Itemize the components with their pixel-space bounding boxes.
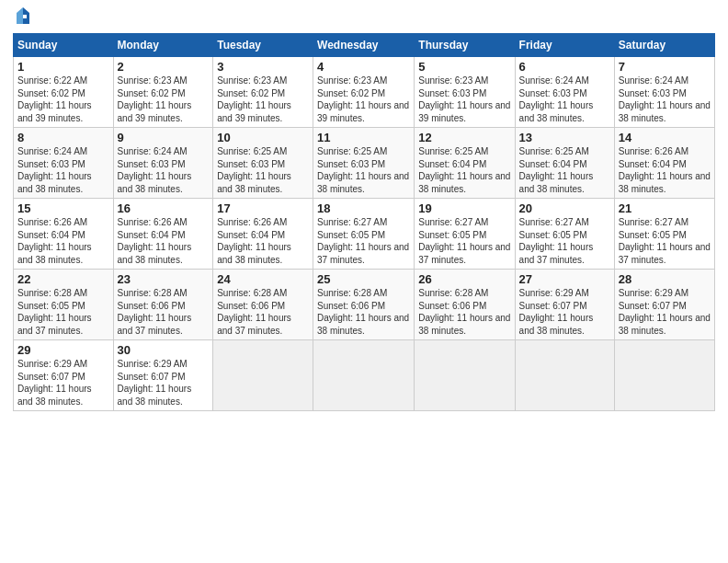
day-cell: 13 Sunrise: 6:25 AMSunset: 6:04 PMDaylig…: [515, 128, 614, 199]
day-cell: 1 Sunrise: 6:22 AMSunset: 6:02 PMDayligh…: [14, 57, 114, 128]
day-cell: 22 Sunrise: 6:28 AMSunset: 6:05 PMDaylig…: [14, 270, 114, 340]
day-info: Sunrise: 6:28 AMSunset: 6:06 PMDaylight:…: [317, 288, 409, 336]
day-number: 20: [519, 201, 610, 215]
day-cell: 30 Sunrise: 6:29 AMSunset: 6:07 PMDaylig…: [113, 340, 213, 411]
col-thursday: Thursday: [415, 34, 515, 57]
page-container: Sunday Monday Tuesday Wednesday Thursday…: [0, 0, 728, 563]
day-number: 24: [217, 272, 309, 286]
day-number: 27: [519, 272, 610, 286]
day-info: Sunrise: 6:23 AMSunset: 6:02 PMDaylight:…: [118, 75, 192, 123]
day-info: Sunrise: 6:24 AMSunset: 6:03 PMDaylight:…: [619, 75, 711, 123]
day-number: 21: [619, 201, 711, 215]
day-info: Sunrise: 6:23 AMSunset: 6:03 PMDaylight:…: [418, 75, 510, 123]
day-number: 18: [317, 201, 410, 215]
day-number: 11: [317, 131, 410, 144]
day-cell: 12 Sunrise: 6:25 AMSunset: 6:04 PMDaylig…: [415, 128, 515, 199]
day-cell: 19 Sunrise: 6:27 AMSunset: 6:05 PMDaylig…: [415, 199, 515, 270]
week-row-2: 15 Sunrise: 6:26 AMSunset: 6:04 PMDaylig…: [14, 199, 715, 270]
day-number: 25: [317, 272, 410, 286]
day-info: Sunrise: 6:26 AMSunset: 6:04 PMDaylight:…: [118, 217, 192, 265]
header-row: Sunday Monday Tuesday Wednesday Thursday…: [14, 34, 715, 57]
day-cell: 15 Sunrise: 6:26 AMSunset: 6:04 PMDaylig…: [14, 199, 114, 270]
day-number: 10: [217, 131, 309, 144]
logo: [13, 9, 31, 26]
day-info: Sunrise: 6:28 AMSunset: 6:06 PMDaylight:…: [217, 288, 291, 336]
day-info: Sunrise: 6:26 AMSunset: 6:04 PMDaylight:…: [619, 146, 711, 194]
day-info: Sunrise: 6:27 AMSunset: 6:05 PMDaylight:…: [519, 217, 594, 265]
logo-icon: [15, 6, 31, 26]
day-info: Sunrise: 6:26 AMSunset: 6:04 PMDaylight:…: [17, 217, 92, 265]
day-number: 3: [217, 60, 309, 74]
day-number: 19: [418, 201, 510, 215]
col-monday: Monday: [113, 34, 213, 57]
day-cell: 23 Sunrise: 6:28 AMSunset: 6:06 PMDaylig…: [113, 270, 213, 340]
day-info: Sunrise: 6:28 AMSunset: 6:05 PMDaylight:…: [17, 288, 92, 336]
day-info: Sunrise: 6:27 AMSunset: 6:05 PMDaylight:…: [619, 217, 711, 265]
day-cell: 5 Sunrise: 6:23 AMSunset: 6:03 PMDayligh…: [415, 57, 515, 128]
day-number: 26: [418, 272, 510, 286]
day-number: 30: [118, 343, 210, 357]
day-info: Sunrise: 6:24 AMSunset: 6:03 PMDaylight:…: [118, 146, 192, 194]
day-number: 16: [118, 201, 210, 215]
header: [13, 9, 715, 26]
day-number: 17: [217, 201, 309, 215]
day-info: Sunrise: 6:29 AMSunset: 6:07 PMDaylight:…: [17, 359, 92, 407]
day-cell: 25 Sunrise: 6:28 AMSunset: 6:06 PMDaylig…: [313, 270, 415, 340]
logo-text: [13, 9, 31, 26]
day-number: 7: [619, 60, 711, 74]
day-info: Sunrise: 6:25 AMSunset: 6:03 PMDaylight:…: [217, 146, 291, 194]
day-cell: [213, 340, 313, 411]
day-cell: 28 Sunrise: 6:29 AMSunset: 6:07 PMDaylig…: [614, 270, 714, 340]
week-row-1: 8 Sunrise: 6:24 AMSunset: 6:03 PMDayligh…: [14, 128, 715, 199]
day-number: 29: [17, 343, 109, 357]
day-cell: 20 Sunrise: 6:27 AMSunset: 6:05 PMDaylig…: [515, 199, 614, 270]
day-cell: 26 Sunrise: 6:28 AMSunset: 6:06 PMDaylig…: [415, 270, 515, 340]
day-number: 15: [17, 201, 109, 215]
day-number: 9: [118, 131, 210, 144]
day-number: 2: [118, 60, 210, 74]
day-number: 5: [418, 60, 510, 74]
day-cell: 17 Sunrise: 6:26 AMSunset: 6:04 PMDaylig…: [213, 199, 313, 270]
day-info: Sunrise: 6:28 AMSunset: 6:06 PMDaylight:…: [418, 288, 510, 336]
week-row-4: 29 Sunrise: 6:29 AMSunset: 6:07 PMDaylig…: [14, 340, 715, 411]
day-cell: 9 Sunrise: 6:24 AMSunset: 6:03 PMDayligh…: [113, 128, 213, 199]
col-sunday: Sunday: [14, 34, 114, 57]
day-cell: 10 Sunrise: 6:25 AMSunset: 6:03 PMDaylig…: [213, 128, 313, 199]
day-number: 1: [17, 60, 109, 74]
day-info: Sunrise: 6:29 AMSunset: 6:07 PMDaylight:…: [519, 288, 594, 336]
day-info: Sunrise: 6:25 AMSunset: 6:04 PMDaylight:…: [519, 146, 594, 194]
day-number: 4: [317, 60, 410, 74]
day-cell: 4 Sunrise: 6:23 AMSunset: 6:02 PMDayligh…: [313, 57, 415, 128]
day-info: Sunrise: 6:26 AMSunset: 6:04 PMDaylight:…: [217, 217, 291, 265]
day-info: Sunrise: 6:27 AMSunset: 6:05 PMDaylight:…: [317, 217, 409, 265]
day-cell: 21 Sunrise: 6:27 AMSunset: 6:05 PMDaylig…: [614, 199, 714, 270]
day-number: 22: [17, 272, 109, 286]
day-cell: 8 Sunrise: 6:24 AMSunset: 6:03 PMDayligh…: [14, 128, 114, 199]
day-cell: [415, 340, 515, 411]
day-info: Sunrise: 6:28 AMSunset: 6:06 PMDaylight:…: [118, 288, 192, 336]
calendar-table: Sunday Monday Tuesday Wednesday Thursday…: [13, 33, 715, 411]
day-cell: 27 Sunrise: 6:29 AMSunset: 6:07 PMDaylig…: [515, 270, 614, 340]
day-cell: 24 Sunrise: 6:28 AMSunset: 6:06 PMDaylig…: [213, 270, 313, 340]
day-number: 8: [17, 131, 109, 144]
day-info: Sunrise: 6:25 AMSunset: 6:03 PMDaylight:…: [317, 146, 409, 194]
day-cell: [313, 340, 415, 411]
day-number: 12: [418, 131, 510, 144]
svg-marker-0: [23, 7, 29, 24]
day-number: 6: [519, 60, 610, 74]
day-info: Sunrise: 6:27 AMSunset: 6:05 PMDaylight:…: [418, 217, 510, 265]
week-row-0: 1 Sunrise: 6:22 AMSunset: 6:02 PMDayligh…: [14, 57, 715, 128]
day-info: Sunrise: 6:24 AMSunset: 6:03 PMDaylight:…: [519, 75, 594, 123]
col-wednesday: Wednesday: [313, 34, 415, 57]
col-friday: Friday: [515, 34, 614, 57]
day-cell: [515, 340, 614, 411]
day-info: Sunrise: 6:23 AMSunset: 6:02 PMDaylight:…: [217, 75, 291, 123]
day-number: 23: [118, 272, 210, 286]
day-number: 14: [619, 131, 711, 144]
day-info: Sunrise: 6:23 AMSunset: 6:02 PMDaylight:…: [317, 75, 409, 123]
day-cell: 29 Sunrise: 6:29 AMSunset: 6:07 PMDaylig…: [14, 340, 114, 411]
day-info: Sunrise: 6:29 AMSunset: 6:07 PMDaylight:…: [619, 288, 711, 336]
day-cell: 7 Sunrise: 6:24 AMSunset: 6:03 PMDayligh…: [614, 57, 714, 128]
week-row-3: 22 Sunrise: 6:28 AMSunset: 6:05 PMDaylig…: [14, 270, 715, 340]
day-cell: 11 Sunrise: 6:25 AMSunset: 6:03 PMDaylig…: [313, 128, 415, 199]
